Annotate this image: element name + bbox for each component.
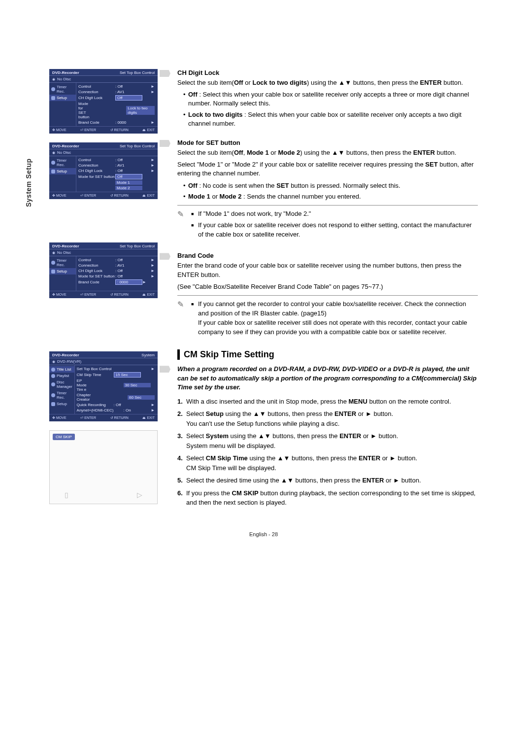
row-ch-digit-lock[interactable]: CH Digit LockOff	[76, 95, 158, 101]
row-label: Mode for SET button	[78, 102, 89, 119]
row-mode-set[interactable]: Mode for SET button: Off►	[76, 274, 158, 279]
row-option[interactable]: Mode for SET buttonLock to two digits	[76, 101, 158, 120]
nav-disc-manager[interactable]: Disc Manager	[49, 379, 74, 390]
clock-icon	[51, 393, 55, 397]
left-column: DVD-Recorder Set Top Box Control No Disc…	[49, 69, 158, 518]
pointer-icon	[160, 70, 170, 77]
nav-label: Timer Rec.	[57, 158, 74, 167]
row-value: Off	[115, 174, 142, 179]
row-label: Anynet+(HDMI-CEC)	[77, 408, 124, 412]
nav-label: Disc Manager	[57, 380, 72, 389]
row-label: Control	[78, 158, 115, 162]
osd-status: No Disc	[49, 249, 158, 256]
osd-panel-mode-set: DVD-Recorder Set Top Box Control No Disc…	[49, 142, 158, 199]
chevron-right-icon: ►	[151, 158, 155, 162]
nav-title-list[interactable]: Title List	[49, 366, 74, 373]
footer-enter: ENTER	[80, 128, 96, 132]
row-value: Mode 1	[115, 180, 142, 185]
row-value: : Off	[115, 169, 151, 173]
side-tab: System Setup	[25, 158, 33, 207]
right-column: CH Digit Lock Select the sub item(Off or…	[177, 69, 478, 518]
nav-timer-rec[interactable]: Timer Rec.	[49, 84, 76, 95]
row-stb-control[interactable]: Set Top Box Control►	[75, 366, 158, 372]
row-control[interactable]: Control: Off►	[76, 157, 158, 163]
nav-playlist[interactable]: Playlist	[49, 373, 74, 379]
row-value: : Off	[114, 403, 151, 407]
nav-timer-rec[interactable]: Timer Rec.	[49, 157, 76, 168]
pointer-icon	[160, 140, 170, 147]
row-value: : AV1	[115, 90, 151, 94]
footer-return: RETURN	[110, 128, 129, 132]
list-icon	[51, 368, 55, 372]
step: Select System using the ▲▼ buttons, then…	[177, 431, 478, 450]
nav-setup[interactable]: Setup	[49, 268, 76, 275]
note-block: ✎ If you cannot get the recorder to cont…	[177, 295, 478, 339]
row-option[interactable]: EP Mode Tim e30 Sec	[75, 378, 158, 392]
osd-title: DVD-Recorder	[52, 244, 79, 248]
nav-label: Setup	[57, 402, 67, 406]
chevron-right-icon: ►	[151, 408, 155, 412]
row-brand-code[interactable]: Brand Code: 0000►	[76, 279, 158, 285]
row-connection[interactable]: Connection: AV1►	[76, 89, 158, 95]
row-option[interactable]: Mode 2	[76, 185, 158, 191]
gear-icon	[51, 96, 55, 100]
row-label: CH Digit Lock	[78, 169, 115, 173]
osd-title: DVD-Recorder	[52, 353, 79, 357]
disc-icon	[51, 382, 55, 386]
row-mode-set[interactable]: Mode for SET buttonOff	[76, 173, 158, 180]
row-option[interactable]: Mode 1	[76, 180, 158, 185]
osd-footer: MOVE ENTER RETURN EXIT	[49, 126, 158, 134]
row-value: : Off	[115, 158, 151, 162]
section-ch-digit-lock: CH Digit Lock Select the sub item(Off or…	[177, 69, 478, 128]
footer-move: MOVE	[52, 416, 66, 420]
row-label: Quick Recording	[77, 403, 114, 407]
nav-label: Setup	[57, 269, 67, 274]
row-value: : Off	[115, 274, 151, 278]
nav-label: Setup	[57, 169, 67, 173]
row-connection[interactable]: Connection: AV1►	[76, 163, 158, 168]
row-value: : AV1	[115, 263, 151, 268]
footer-return: RETURN	[110, 194, 129, 198]
row-label: Connection	[78, 263, 115, 268]
paragraph: Select the sub item(Off or Lock to two d…	[177, 78, 478, 87]
nav-setup[interactable]: Setup	[49, 401, 74, 407]
row-control[interactable]: Control: Off►	[76, 257, 158, 263]
row-label: CH Digit Lock	[78, 269, 115, 273]
nav-setup[interactable]: Setup	[49, 95, 76, 101]
row-control[interactable]: Control: Off►	[76, 84, 158, 89]
step: Select CM Skip Time using the ▲▼ buttons…	[177, 453, 478, 473]
row-label: EP Mode Tim e	[77, 378, 87, 392]
osd-footer: MOVE ENTER RETURN EXIT	[49, 414, 158, 421]
row-brand-code[interactable]: Brand Code: 0000►	[76, 120, 158, 125]
row-value: : AV1	[115, 163, 151, 168]
row-anynet[interactable]: Anynet+(HDMI-CEC): On►	[75, 408, 158, 413]
paragraph: Select "Mode 1" or "Mode 2" if your cabl…	[177, 160, 478, 178]
row-label: Set Top Box Control	[77, 367, 124, 371]
row-option[interactable]: Chapter Creator60 Sec	[75, 392, 158, 402]
row-connection[interactable]: Connection: AV1►	[76, 263, 158, 268]
row-value: 30 Sec	[124, 383, 151, 387]
footer-enter: ENTER	[80, 293, 96, 297]
row-ch-digit-lock[interactable]: CH Digit Lock: Off►	[76, 168, 158, 173]
row-label: Connection	[78, 163, 115, 168]
nav-timer-rec[interactable]: Timer Rec.	[49, 257, 76, 268]
heading: CH Digit Lock	[177, 69, 478, 76]
footer-return: RETURN	[110, 416, 129, 420]
bullet: Lock to two digits : Select this when yo…	[183, 110, 478, 128]
step: Select Setup using the ▲▼ buttons, then …	[177, 409, 478, 428]
nav-setup[interactable]: Setup	[49, 168, 76, 174]
section-heading: CM Skip Time Setting	[177, 349, 478, 360]
row-label: Mode for SET button	[78, 174, 115, 179]
row-quick-recording[interactable]: Quick Recording: Off►	[75, 402, 158, 408]
note-item: If you cannot get the recorder to contro…	[191, 300, 478, 337]
row-label: Connection	[78, 90, 115, 94]
osd-title: DVD-Recorder	[52, 70, 79, 75]
nav-timer-rec[interactable]: Timer Rec.	[49, 390, 74, 401]
row-ch-digit-lock[interactable]: CH Digit Lock: Off►	[76, 268, 158, 274]
row-cm-skip-time[interactable]: CM Skip Time15 Sec	[75, 372, 158, 378]
clock-icon	[51, 87, 55, 91]
paragraph: (See "Cable Box/Satellite Receiver Brand…	[177, 282, 478, 291]
chevron-right-icon: ►	[151, 269, 155, 273]
row-value: : 0000	[115, 279, 142, 285]
footer-enter: ENTER	[80, 416, 96, 420]
